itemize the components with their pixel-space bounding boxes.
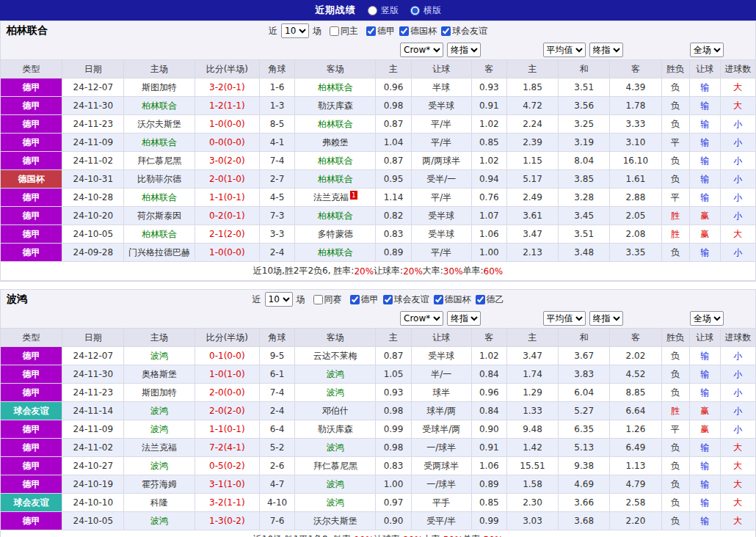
league-filter[interactable]: 球会友谊 xyxy=(383,293,429,306)
layout-horizontal-radio[interactable] xyxy=(410,6,420,15)
home-team-link[interactable]: 拜仁慕尼黑 xyxy=(137,156,181,166)
summary-segment: 50% xyxy=(443,535,463,537)
away-odds-cell: 1.02 xyxy=(471,152,506,170)
home-team-link[interactable]: 柏林联合 xyxy=(142,101,177,111)
odds-stage-select[interactable]: 终指 xyxy=(447,311,481,326)
home-team-link[interactable]: 沃尔夫斯堡 xyxy=(137,119,181,129)
same-venue-checkbox[interactable] xyxy=(330,26,339,36)
match-row: 德甲24-10-28柏林联合1-1(0-1)4-5法兰克福11.14平/半0.7… xyxy=(1,189,756,207)
league-filter[interactable]: 球会友谊 xyxy=(441,25,487,37)
away-team-link[interactable]: 多特蒙德 xyxy=(318,229,353,239)
league-filter[interactable]: 德国杯 xyxy=(399,25,437,37)
average-select[interactable]: 平均值 xyxy=(543,311,586,326)
away-team-link[interactable]: 勒沃库森 xyxy=(318,101,353,111)
away-odds-cell: 0.85 xyxy=(471,494,506,512)
avg-away-cell: 16.10 xyxy=(610,152,661,170)
home-team-link[interactable]: 波鸿 xyxy=(150,424,168,434)
away-team-link[interactable]: 邓伯什 xyxy=(322,406,349,416)
home-team-link[interactable]: 斯图加特 xyxy=(142,387,177,398)
handicap-cell: 半球 xyxy=(411,78,471,97)
average-stage-select[interactable]: 终指 xyxy=(589,43,623,57)
away-team-link[interactable]: 柏林联合 xyxy=(318,247,353,257)
corners-cell: 2-4 xyxy=(259,402,294,420)
column-header: 进球数 xyxy=(720,329,755,347)
away-team-link[interactable]: 波鸿 xyxy=(327,479,344,489)
match-row: 德甲24-10-05波鸿1-3(0-2)7-6沃尔夫斯堡0.90受平/半0.99… xyxy=(1,512,756,530)
home-team-link[interactable]: 柏林联合 xyxy=(142,229,177,239)
match-count-select[interactable]: 10 xyxy=(265,292,293,307)
league-filter[interactable]: 德国杯 xyxy=(434,293,471,306)
match-count-select[interactable]: 10 xyxy=(281,23,309,38)
score-cell: 3-1(1-0) xyxy=(195,475,259,494)
league-filter-checkbox[interactable] xyxy=(350,295,360,304)
away-odds-cell: 0.89 xyxy=(471,475,506,494)
away-team-link[interactable]: 拜仁慕尼黑 xyxy=(313,461,357,471)
column-header: 和 xyxy=(559,60,610,78)
away-team-link[interactable]: 沃尔夫斯堡 xyxy=(313,516,357,526)
away-team-link[interactable]: 柏林联合 xyxy=(318,156,353,166)
away-cell: 邓伯什 xyxy=(295,402,376,420)
avg-draw-cell: 6.04 xyxy=(559,384,610,402)
league-filter[interactable]: 德甲 xyxy=(366,25,395,37)
league-filter-checkbox[interactable] xyxy=(366,26,376,36)
away-team-link[interactable]: 弗赖堡 xyxy=(322,137,349,147)
home-team-link[interactable]: 霍芬海姆 xyxy=(142,479,177,489)
home-team-link[interactable]: 科隆 xyxy=(150,497,168,508)
home-team-link[interactable]: 波鸿 xyxy=(150,406,168,416)
date-cell: 24-10-05 xyxy=(62,512,124,530)
home-team-link[interactable]: 柏林联合 xyxy=(142,137,177,147)
league-filter-checkbox[interactable] xyxy=(399,26,409,36)
scope-select[interactable]: 全场 xyxy=(690,311,724,326)
result-cell: 平 xyxy=(661,134,689,152)
away-team-link[interactable]: 波鸿 xyxy=(327,369,344,379)
scope-select[interactable]: 全场 xyxy=(690,43,724,57)
same-competition-checkbox[interactable] xyxy=(313,295,323,304)
layout-vertical-option[interactable]: 竖版 xyxy=(368,4,399,17)
home-team-link[interactable]: 门兴格拉德巴赫 xyxy=(128,247,190,257)
league-filter[interactable]: 德甲 xyxy=(350,293,379,306)
bookmaker-select[interactable]: Crow* xyxy=(400,43,443,57)
home-team-link[interactable]: 斯图加特 xyxy=(142,82,177,92)
away-team-link[interactable]: 波鸿 xyxy=(327,387,344,398)
handicap-result-cell: 输 xyxy=(689,170,720,189)
league-filter-checkbox[interactable] xyxy=(434,295,443,304)
away-team-link[interactable]: 柏林联合 xyxy=(318,174,353,184)
home-cell: 波鸿 xyxy=(124,347,195,365)
home-team-link[interactable]: 比勒菲尔德 xyxy=(137,174,181,184)
score-cell: 2-0(2-0) xyxy=(195,402,259,420)
result-cell: 负 xyxy=(661,244,689,262)
home-team-link[interactable]: 波鸿 xyxy=(150,516,168,526)
layout-horizontal-option[interactable]: 横版 xyxy=(410,4,441,17)
same-venue-filter[interactable]: 同主 xyxy=(330,25,358,37)
date-cell: 24-12-07 xyxy=(62,347,124,365)
average-select[interactable]: 平均值 xyxy=(543,43,586,57)
away-team-link[interactable]: 柏林联合 xyxy=(318,82,353,92)
away-team-link[interactable]: 波鸿 xyxy=(327,497,344,508)
odds-stage-select[interactable]: 终指 xyxy=(447,43,481,57)
away-team-link[interactable]: 勒沃库森 xyxy=(318,424,353,434)
away-team-link[interactable]: 云达不莱梅 xyxy=(313,351,357,361)
handicap-cell: 受半/一 xyxy=(411,170,471,189)
league-filter[interactable]: 德乙 xyxy=(476,293,504,306)
league-filter-checkbox[interactable] xyxy=(441,26,451,36)
home-team-link[interactable]: 波鸿 xyxy=(150,351,168,361)
bookmaker-select[interactable]: Crow* xyxy=(400,311,443,326)
away-team-link[interactable]: 柏林联合 xyxy=(318,211,353,221)
league-filter-checkbox[interactable] xyxy=(476,295,485,304)
home-team-link[interactable]: 荷尔斯泰因 xyxy=(137,211,181,221)
home-team-link[interactable]: 柏林联合 xyxy=(142,192,177,202)
league-cell: 德甲 xyxy=(1,207,62,225)
average-stage-select[interactable]: 终指 xyxy=(589,311,623,326)
away-team-link[interactable]: 波鸿 xyxy=(327,442,344,453)
away-team-link[interactable]: 柏林联合 xyxy=(318,119,353,129)
same-competition-filter[interactable]: 同赛 xyxy=(313,293,342,306)
summary-segment: 大率: xyxy=(423,265,443,277)
match-row: 德甲24-11-09柏林联合0-0(0-0)4-1弗赖堡1.04平/半0.852… xyxy=(1,134,756,152)
away-team-link[interactable]: 法兰克福 xyxy=(313,192,349,202)
layout-vertical-radio[interactable] xyxy=(368,6,377,15)
home-team-link[interactable]: 法兰克福 xyxy=(142,442,177,453)
near-label: 近 xyxy=(252,293,261,306)
league-filter-checkbox[interactable] xyxy=(383,295,393,304)
home-team-link[interactable]: 奥格斯堡 xyxy=(142,369,177,379)
home-team-link[interactable]: 波鸿 xyxy=(150,461,168,471)
